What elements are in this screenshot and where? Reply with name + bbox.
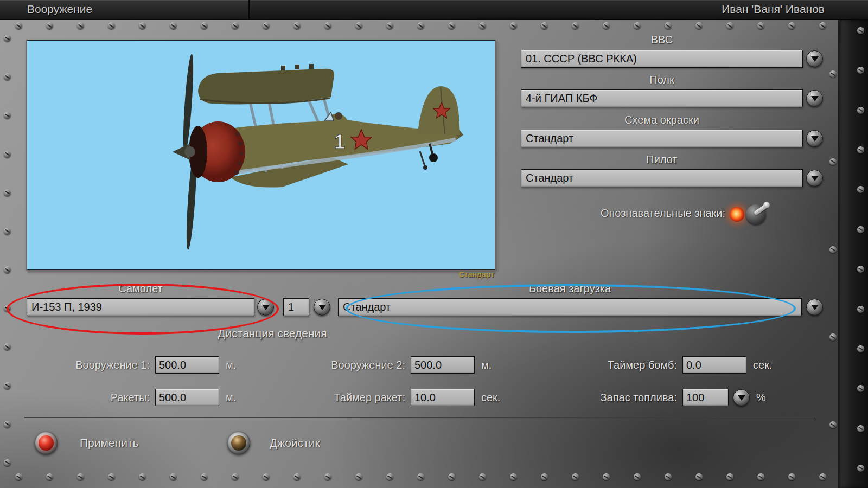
rocket-timer-input[interactable] bbox=[411, 389, 475, 406]
field-bomb-timer: Таймер бомб: сек. bbox=[559, 356, 772, 374]
number-value: 1 bbox=[288, 301, 294, 313]
bomb-timer-unit: сек. bbox=[753, 359, 772, 371]
title-bar: Вооружение Иван 'Ваня' Иванов bbox=[0, 0, 868, 20]
markings-toggle[interactable] bbox=[730, 203, 771, 226]
air-force-value: 01. СССР (ВВС РККА) bbox=[526, 53, 637, 65]
air-force-label: ВВС bbox=[521, 34, 803, 46]
right-dark-strip bbox=[838, 20, 868, 488]
regiment-dropdown[interactable]: 4-й ГИАП КБФ bbox=[521, 89, 803, 107]
weapon2-label: Вооружение 2: bbox=[288, 359, 405, 371]
apply-button[interactable] bbox=[35, 432, 58, 454]
fuel-dropdown-button[interactable] bbox=[733, 389, 750, 406]
field-fuel: Запас топлива: % bbox=[559, 389, 766, 406]
regiment-value: 4-й ГИАП КБФ bbox=[526, 92, 598, 104]
rockets-label: Ракеты: bbox=[32, 391, 150, 404]
aircraft-dropdown-button[interactable] bbox=[257, 299, 274, 316]
loadout-value: Стандарт bbox=[343, 301, 391, 313]
joystick-button[interactable] bbox=[227, 432, 250, 454]
weapon1-unit: м. bbox=[226, 359, 236, 371]
markings-indicator-lamp bbox=[730, 207, 744, 222]
screen-title: Вооружение bbox=[27, 3, 92, 16]
field-weapon2: Вооружение 2: м. bbox=[288, 356, 492, 374]
regiment-label: Полк bbox=[521, 74, 803, 86]
divider bbox=[24, 417, 814, 418]
aircraft-dropdown[interactable]: И-153 П, 1939 bbox=[27, 298, 254, 316]
pilot-dropdown[interactable]: Стандарт bbox=[521, 169, 803, 187]
markings-switch-knob bbox=[763, 202, 770, 208]
regiment-dropdown-button[interactable] bbox=[806, 90, 823, 107]
paint-scheme-dropdown-button[interactable] bbox=[806, 130, 823, 147]
loadout-dropdown[interactable]: Стандарт bbox=[338, 298, 802, 316]
fuel-input[interactable] bbox=[682, 389, 729, 406]
air-force-dropdown-button[interactable] bbox=[806, 50, 823, 67]
air-force-dropdown[interactable]: 01. СССР (ВВС РККА) bbox=[521, 50, 803, 68]
loadout-dropdown-button[interactable] bbox=[806, 299, 823, 316]
loadout-label: Боевая загрузка bbox=[338, 282, 802, 295]
weapon2-input[interactable] bbox=[411, 356, 475, 374]
convergence-title: Дистанция сведения bbox=[164, 327, 381, 340]
number-dropdown-button[interactable] bbox=[314, 299, 330, 316]
armament-screen: Вооружение Иван 'Ваня' Иванов bbox=[0, 0, 868, 488]
weapon1-label: Вооружение 1: bbox=[32, 359, 150, 371]
aircraft-preview-image: 1 bbox=[27, 41, 495, 269]
joystick-label[interactable]: Джойстик bbox=[270, 436, 320, 450]
aircraft-label: Самолет bbox=[27, 282, 254, 295]
markings-label: Опознавательные знаки: bbox=[521, 207, 725, 220]
board-number: 1 bbox=[334, 131, 345, 153]
pilot-dropdown-button[interactable] bbox=[806, 170, 823, 187]
paint-scheme-label: Схема окраски bbox=[521, 114, 803, 126]
field-weapon1: Вооружение 1: м. bbox=[32, 356, 236, 374]
rocket-timer-unit: сек. bbox=[481, 391, 500, 404]
paint-scheme-dropdown[interactable]: Стандарт bbox=[521, 130, 803, 147]
fuel-label: Запас топлива: bbox=[559, 391, 677, 404]
fuel-unit: % bbox=[756, 391, 766, 404]
rockets-input[interactable] bbox=[155, 389, 219, 406]
rockets-unit: м. bbox=[226, 391, 236, 404]
pilot-label: Пилот bbox=[521, 153, 803, 166]
bomb-timer-label: Таймер бомб: bbox=[559, 359, 677, 371]
field-rocket-timer: Таймер ракет: сек. bbox=[288, 389, 500, 406]
bomb-timer-input[interactable] bbox=[682, 356, 746, 374]
field-rockets: Ракеты: м. bbox=[32, 389, 236, 406]
weapon1-input[interactable] bbox=[155, 356, 219, 374]
pilot-value: Стандарт bbox=[526, 172, 573, 184]
paint-scheme-value: Стандарт bbox=[526, 132, 573, 144]
rocket-timer-label: Таймер ракет: bbox=[288, 391, 405, 404]
weapon2-unit: м. bbox=[481, 359, 492, 371]
apply-label[interactable]: Применить bbox=[80, 436, 139, 450]
aircraft-value: И-153 П, 1939 bbox=[31, 301, 102, 313]
number-dropdown[interactable]: 1 bbox=[283, 298, 309, 316]
preview-caption: Стандарт bbox=[383, 270, 494, 279]
aircraft-preview: 1 bbox=[27, 40, 495, 270]
player-name: Иван 'Ваня' Иванов bbox=[722, 3, 825, 16]
